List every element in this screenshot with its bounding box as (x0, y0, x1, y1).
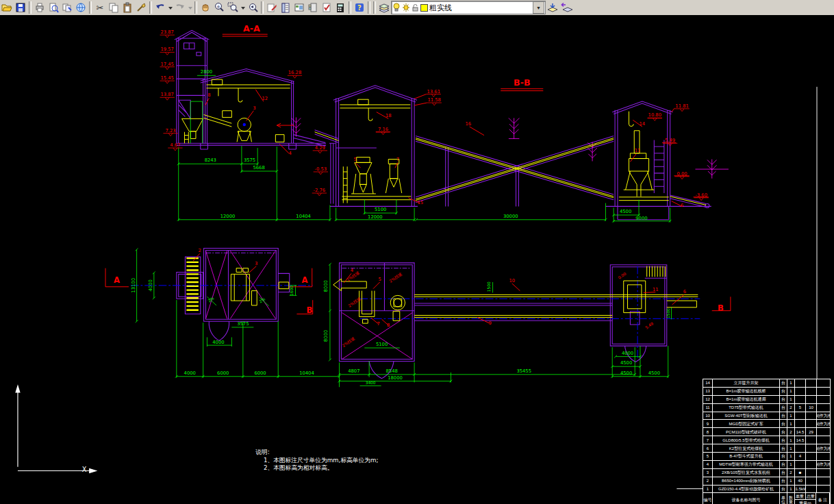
elevation-symbol (160, 67, 175, 70)
equipment-cell-no: 11 (703, 404, 713, 412)
canvas-annotation: 2%找坡 (342, 336, 356, 348)
canvas-annotation: 13.87 (161, 92, 174, 97)
canvas-annotation: 3 (255, 261, 257, 266)
zoom-window-icon[interactable] (226, 1, 240, 14)
equipment-cell-qty: 1 (787, 461, 795, 468)
equipment-cell-w2 (806, 388, 817, 395)
equipment-cell-no: 1 (703, 486, 713, 493)
undo-dropdown-icon[interactable] (167, 1, 173, 14)
zoom-realtime-icon[interactable]: ± (212, 1, 226, 14)
canvas-annotation: 14 (640, 121, 646, 127)
equipment-row: 1GZD150-4.4型振动放煤给矿机台131.5kW (703, 486, 830, 494)
elevation-symbol (313, 151, 327, 153)
help-icon[interactable]: ? (353, 1, 366, 14)
equipment-cell-note (817, 428, 830, 436)
canvas-annotation: -2.76 (314, 188, 326, 193)
equipment-cell-no: 2 (703, 477, 713, 485)
layer-unlock-icon (412, 3, 419, 12)
print-icon[interactable] (33, 1, 47, 14)
equipment-cell-note: 制作为准 (817, 444, 830, 452)
elevation-symbol (427, 103, 442, 105)
equipment-cell-name: 2XB/105型往复式水泵机组 (713, 469, 780, 477)
zoom-dropdown-icon[interactable] (240, 1, 246, 14)
canvas-annotation: 16.28 (288, 70, 301, 75)
designcenter-icon[interactable] (292, 1, 306, 14)
equipment-cell-qty: 1 (787, 486, 795, 493)
canvas-annotation: 2 (199, 248, 201, 253)
equipment-cell-unit: 台 (780, 404, 787, 412)
canvas-annotation: 23.87 (161, 29, 174, 35)
canvas-annotation: 10404 (299, 370, 314, 376)
tool-palettes-icon[interactable] (306, 1, 320, 14)
publish-icon[interactable] (60, 1, 74, 14)
equipment-cell-no: 12 (703, 396, 713, 403)
canvas-annotation: 4000 (622, 351, 633, 356)
sheetset-manager-icon[interactable] (265, 1, 279, 14)
layer-thaw-sun-icon (402, 3, 410, 12)
col-name: 设备名称与图号 (713, 493, 780, 504)
canvas-annotation: 6000 (217, 370, 229, 376)
top-toolbar: ✂ ± ? 粗实线 ▼ (0, 0, 834, 16)
canvas-annotation: 9 (489, 320, 492, 326)
markup-icon[interactable] (320, 1, 333, 14)
layer-dropdown[interactable]: 粗实线 ▼ (391, 1, 546, 14)
canvas-annotation: 1500 (666, 308, 670, 318)
toolbar-separator (194, 1, 197, 14)
equipment-cell-w2 (806, 477, 817, 485)
equipment-cell-note (817, 453, 830, 460)
equipment-cell-unit: 台 (780, 428, 787, 436)
notes-line-2: 2、本图标高为相对标高。 (264, 464, 333, 471)
canvas-annotation: 7.16 (378, 127, 388, 132)
equipment-cell-w1: 5 (795, 404, 806, 412)
toolbar-separator (149, 1, 152, 14)
canvas-annotation: 5668 (253, 165, 264, 171)
match-properties-icon[interactable] (134, 1, 148, 14)
canvas-annotation: 12 (262, 96, 268, 101)
redo-dropdown-icon[interactable] (187, 1, 193, 14)
equipment-cell-name: SGW-40T型刮板输送机 (713, 412, 780, 420)
canvas-annotation: 5 (354, 157, 357, 162)
canvas-annotation: 4500 (620, 370, 632, 376)
pan-hand-icon[interactable] (199, 1, 212, 14)
canvas-annotation: 17.45 (161, 62, 174, 67)
equipment-cell-w1 (795, 420, 806, 427)
equipment-row: 5B-47型斗式提升机台14 (703, 453, 830, 461)
make-object-layer-current-icon[interactable] (546, 1, 559, 14)
drum-axle (243, 123, 246, 126)
equipment-cell-w2 (806, 453, 817, 460)
equipment-cell-unit: 台 (780, 444, 787, 452)
elevation-symbol (160, 97, 175, 100)
paste-icon[interactable] (121, 1, 134, 14)
save-icon[interactable] (14, 1, 27, 14)
redo-icon[interactable] (173, 1, 187, 14)
hyperlink-globe-icon[interactable] (74, 1, 88, 14)
layer-properties-manager-icon[interactable] (377, 1, 391, 14)
wall-axis-dashed (206, 253, 411, 268)
drawing-canvas[interactable]: A-AB-B23.8719.5717.4515.4513.877.234.671… (0, 15, 834, 504)
equipment-row: 13B=1m胶带输送机栈桥台1 (703, 388, 830, 396)
canvas-annotation: 4.29 (315, 145, 325, 151)
elevation-symbol (376, 132, 390, 135)
elevation-symbol (168, 148, 182, 151)
canvas-annotation: 5.49 (665, 138, 675, 143)
equipment-cell-w2 (806, 412, 817, 420)
canvas-annotation: 4000 (148, 279, 153, 291)
properties-icon[interactable] (279, 1, 292, 14)
layer-previous-icon[interactable] (559, 1, 573, 14)
cut-icon[interactable]: ✂ (93, 1, 107, 14)
print-preview-icon[interactable] (47, 1, 60, 14)
equipment-row: 7GLD800/5.5型带式给煤机台114.5 (703, 436, 830, 444)
open-icon[interactable] (0, 1, 14, 14)
equipment-cell-w1 (795, 388, 806, 395)
layer-dropdown-arrow-icon[interactable]: ▼ (533, 1, 544, 14)
equipment-cell-note (817, 477, 830, 485)
col-weight-t: 重量(t) (799, 500, 811, 504)
quickcalc-icon[interactable] (333, 1, 347, 14)
copy-icon[interactable] (107, 1, 121, 14)
zoom-previous-icon[interactable] (246, 1, 260, 14)
canvas-annotation: 4807 (348, 368, 359, 374)
undo-icon[interactable] (153, 1, 167, 14)
canvas-annotation: 10.80 (648, 112, 661, 118)
equipment-cell-name: B=1m胶带输送机通廊 (713, 396, 780, 403)
equipment-cell-qty: 1 (787, 436, 795, 444)
